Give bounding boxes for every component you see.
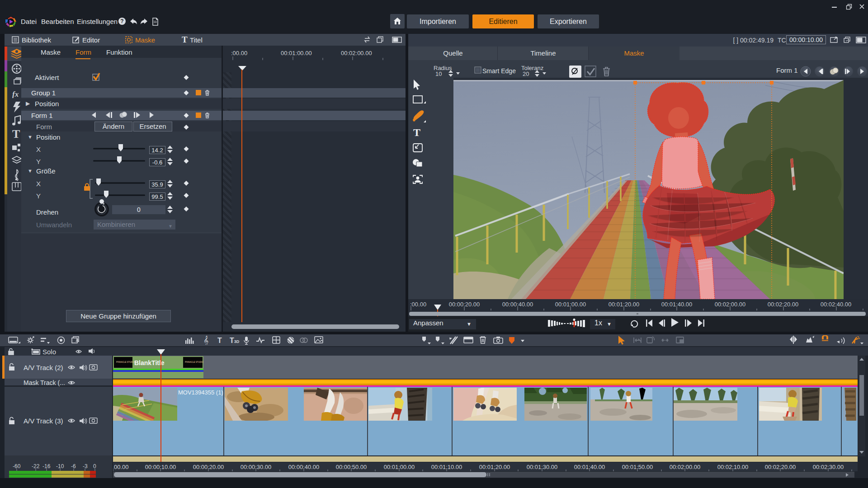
svg-text:Solo: Solo bbox=[42, 348, 56, 355]
svg-text:?: ? bbox=[120, 18, 123, 24]
svg-text:PINNACLE STUDIO: PINNACLE STUDIO bbox=[185, 361, 203, 363]
svg-text:T: T bbox=[217, 337, 222, 344]
svg-text:PINNACLE STUDIO: PINNACLE STUDIO bbox=[116, 361, 135, 363]
svg-text:fx: fx bbox=[12, 90, 19, 98]
svg-text:𝄞: 𝄞 bbox=[203, 336, 208, 345]
svg-text:T3D: T3D bbox=[230, 337, 240, 344]
svg-text:T: T bbox=[413, 127, 420, 138]
